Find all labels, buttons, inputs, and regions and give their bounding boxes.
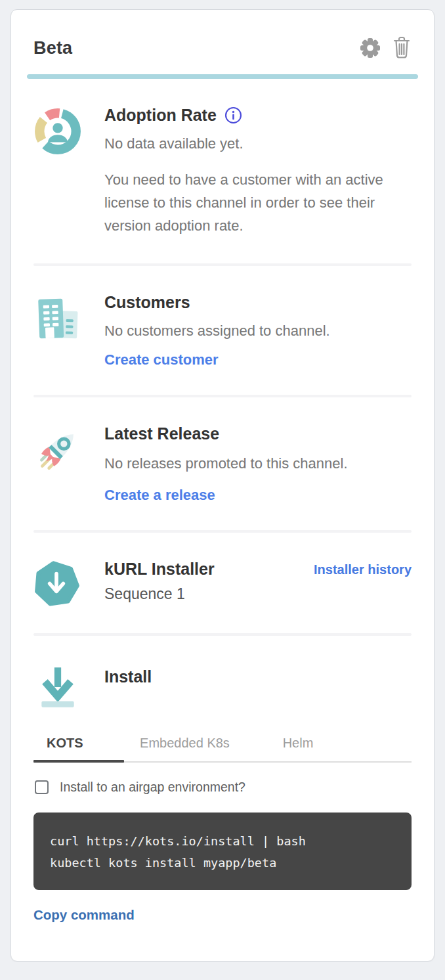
customers-section: Customers No customers assigned to chann…: [11, 266, 434, 368]
install-tabs: KOTS Embedded K8s Helm: [33, 728, 412, 763]
command-line-2: kubectl kots install myapp/beta: [50, 856, 276, 870]
installer-history-link[interactable]: Installer history: [314, 562, 412, 577]
tab-helm[interactable]: Helm: [245, 728, 350, 761]
trash-icon: [392, 52, 412, 62]
customers-title: Customers: [104, 293, 412, 312]
adoption-empty-text: No data available yet.: [104, 133, 412, 155]
create-customer-link[interactable]: Create customer: [104, 351, 219, 368]
channel-accent-bar: [27, 74, 418, 79]
channel-card: Beta: [11, 9, 434, 962]
tab-kots[interactable]: KOTS: [33, 728, 124, 761]
building-icon: [33, 293, 82, 368]
adoption-rate-title: Adoption Rate: [104, 106, 412, 125]
release-empty-text: No releases promoted to this channel.: [104, 453, 412, 475]
airgap-label: Install to an airgap environment?: [60, 780, 245, 795]
airgap-checkbox[interactable]: [35, 780, 49, 794]
airgap-row: Install to an airgap environment?: [33, 780, 412, 795]
channel-name: Beta: [33, 38, 72, 58]
adoption-rate-title-text: Adoption Rate: [104, 106, 217, 125]
create-release-link[interactable]: Create a release: [104, 487, 215, 504]
adoption-description: You need to have a customer with an acti…: [104, 168, 412, 237]
gear-icon: [359, 51, 381, 61]
card-header: Beta: [11, 10, 434, 60]
latest-release-section: Latest Release No releases promoted to t…: [11, 397, 434, 504]
install-section: Install: [11, 636, 434, 711]
header-actions: [359, 36, 412, 60]
customers-empty-text: No customers assigned to channel.: [104, 320, 412, 342]
installer-sequence: Sequence 1: [104, 585, 412, 603]
adoption-donut-icon: [33, 106, 82, 237]
tab-embedded-k8s[interactable]: Embedded K8s: [124, 728, 245, 761]
channel-settings-button[interactable]: [359, 37, 381, 59]
latest-release-title: Latest Release: [104, 424, 412, 443]
download-icon: [33, 661, 82, 711]
heptagon-download-icon: [33, 560, 82, 607]
command-line-1: curl https://kots.io/install | bash: [50, 834, 306, 848]
copy-command-link[interactable]: Copy command: [33, 907, 135, 923]
channel-delete-button[interactable]: [392, 36, 412, 60]
info-icon[interactable]: [224, 106, 242, 124]
kurl-installer-section: kURL Installer Installer history Sequenc…: [11, 533, 434, 607]
install-command-block: curl https://kots.io/install | bash kube…: [33, 813, 412, 890]
rocket-icon: [33, 424, 82, 504]
adoption-rate-section: Adoption Rate No data available yet. You…: [11, 79, 434, 237]
install-title: Install: [104, 667, 412, 686]
kurl-installer-title: kURL Installer: [104, 560, 215, 579]
